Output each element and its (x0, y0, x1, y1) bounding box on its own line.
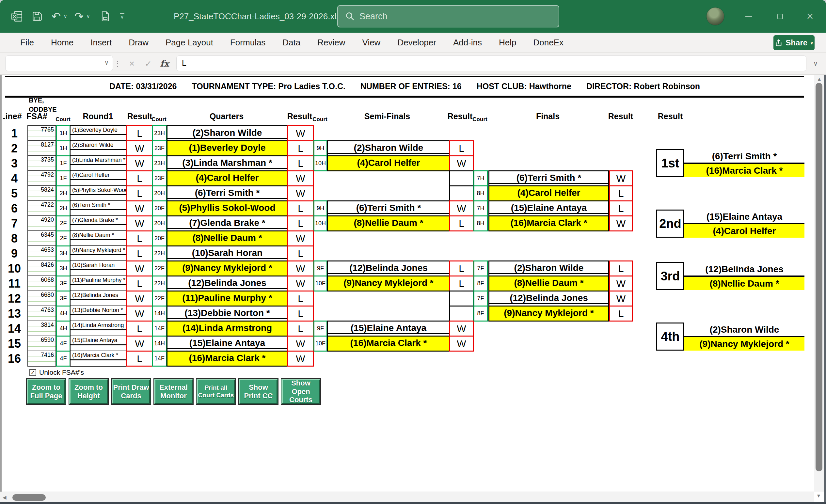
undo-dropdown-icon[interactable]: ∨ (63, 0, 68, 33)
insert-function-icon[interactable]: fx (158, 53, 171, 75)
fsa-cell[interactable]: 7416 (27, 351, 56, 367)
finals-result-cell[interactable]: L (609, 200, 633, 216)
name-box[interactable]: ∨ (5, 56, 113, 71)
print-preview-icon[interactable] (98, 0, 112, 33)
print-all-court-cards-button[interactable]: Print all Court Cards (196, 379, 235, 404)
fsa-cell[interactable]: 3814 (27, 321, 56, 336)
round1-court-cell[interactable]: 4F (56, 335, 70, 352)
finals-player-cell[interactable]: (12)Belinda Jones (488, 291, 609, 307)
quarters-player-cell[interactable]: (5)Phyllis Sokol-Wood (167, 200, 288, 216)
quarters-player-cell[interactable]: (15)Elaine Antaya (167, 335, 288, 352)
fsa-cell[interactable]: 4722 (27, 200, 56, 216)
quarters-result-cell[interactable]: W (287, 335, 314, 352)
round1-player-cell[interactable]: (11)Pauline Murphy * (70, 275, 127, 292)
round1-result-cell[interactable]: L (126, 246, 153, 261)
quarters-result-cell[interactable]: L (287, 140, 314, 156)
quarters-player-cell[interactable]: (11)Pauline Murphy * (167, 291, 288, 307)
quarters-result-cell[interactable]: W (287, 351, 314, 367)
name-box-dropdown-icon[interactable]: ∨ (105, 59, 109, 66)
finals-player-cell[interactable]: (4)Carol Helfer (488, 185, 609, 201)
show-open-courts-button[interactable]: Show Open Courts (282, 379, 320, 404)
finals-result-cell[interactable]: W (609, 275, 633, 292)
vertical-scrollbar-thumb[interactable] (816, 83, 822, 471)
fsa-cell[interactable]: 4763 (27, 306, 56, 321)
round1-result-cell[interactable]: W (126, 260, 153, 276)
fsa-cell[interactable]: 7765 (27, 125, 56, 141)
semifinal-result-cell[interactable] (449, 170, 474, 186)
finals-court-cell[interactable]: 7H (473, 170, 488, 186)
quarters-court-cell[interactable]: 20H (152, 185, 167, 201)
finals-court-cell[interactable]: 7H (473, 200, 488, 216)
round1-result-cell[interactable]: W (126, 140, 153, 156)
finals-court-cell[interactable]: 8F (473, 275, 488, 292)
semifinal-court-cell[interactable]: 9F (313, 321, 328, 336)
finals-result-cell[interactable]: W (609, 215, 633, 232)
finals-player-cell[interactable]: (8)Nellie Daum * (488, 275, 609, 292)
menu-tab-draw[interactable]: Draw (120, 38, 157, 48)
save-icon[interactable] (30, 0, 44, 33)
semifinal-player-cell[interactable]: (4)Carol Helfer (327, 155, 450, 171)
menu-tab-insert[interactable]: Insert (82, 38, 120, 48)
quarters-court-cell[interactable]: 14F (152, 351, 167, 367)
finals-player-cell[interactable]: (15)Elaine Antaya (488, 200, 609, 216)
semifinal-player-cell[interactable]: (16)Marcia Clark * (327, 335, 450, 352)
round1-court-cell[interactable]: 2H (56, 185, 70, 201)
quarters-result-cell[interactable]: W (287, 231, 314, 246)
round1-player-cell[interactable]: (8)Nellie Daum * (70, 231, 127, 246)
semifinal-court-cell[interactable]: 10H (313, 155, 328, 171)
fsa-cell[interactable]: 3735 (27, 155, 56, 171)
worksheet[interactable]: DATE: 03/31/2026TOURNAMENT TYPE: Pro Lad… (3, 75, 814, 492)
semifinal-court-cell[interactable]: 10F (313, 275, 328, 292)
quarters-court-cell[interactable]: 22F (152, 260, 167, 276)
zoom-to-full-page-button[interactable]: Zoom to Full Page (27, 379, 66, 404)
finals-player-cell[interactable]: (6)Terri Smith * (488, 170, 609, 186)
fsa-cell[interactable]: 6590 (27, 335, 56, 352)
show-print-cc-button[interactable]: Show Print CC (239, 379, 278, 404)
round1-player-cell[interactable]: (1)Beverley Doyle (70, 125, 127, 141)
round1-court-cell[interactable]: 3H (56, 246, 70, 261)
finals-court-cell[interactable]: 7F (473, 291, 488, 307)
quarters-court-cell[interactable]: 14H (152, 306, 167, 321)
round1-court-cell[interactable]: 3H (56, 260, 70, 276)
quarters-player-cell[interactable]: (7)Glenda Brake * (167, 215, 288, 232)
semifinal-result-cell[interactable]: W (449, 155, 474, 171)
quarters-player-cell[interactable]: (6)Terri Smith * (167, 185, 288, 201)
quarters-result-cell[interactable]: W (287, 260, 314, 276)
fsa-cell[interactable]: 6345 (27, 231, 56, 246)
finals-court-cell[interactable]: 8H (473, 185, 488, 201)
redo-dropdown-icon[interactable]: ∨ (85, 0, 91, 33)
quarters-court-cell[interactable]: 23H (152, 155, 167, 171)
external-monitor-button[interactable]: External Monitor (154, 379, 193, 404)
quick-access-toolbar-dropdown-icon[interactable]: ∨ (118, 0, 126, 33)
quarters-court-cell[interactable]: 22F (152, 291, 167, 307)
menu-tab-developer[interactable]: Developer (389, 38, 445, 48)
formula-input[interactable]: L (176, 56, 807, 71)
undo-icon[interactable]: ↶ (50, 0, 63, 33)
round1-result-cell[interactable]: W (126, 200, 153, 216)
quarters-player-cell[interactable]: (10)Sarah Horan (167, 246, 288, 261)
maximize-button[interactable] (772, 0, 787, 33)
round1-result-cell[interactable]: L (126, 351, 153, 367)
semifinal-court-cell[interactable]: 9H (313, 140, 328, 156)
semifinal-result-cell[interactable]: L (449, 215, 474, 232)
semifinal-player-cell[interactable]: (12)Belinda Jones (327, 260, 450, 276)
quarters-court-cell[interactable]: 14H (152, 335, 167, 352)
zoom-to-height-button[interactable]: Zoom to Height (69, 379, 108, 404)
scroll-left-icon[interactable]: ◀ (3, 492, 6, 503)
finals-court-cell[interactable]: 7F (473, 260, 488, 276)
quarters-court-cell[interactable]: 23H (152, 125, 167, 141)
round1-court-cell[interactable]: 2F (56, 215, 70, 232)
menu-tab-view[interactable]: View (354, 38, 389, 48)
semifinal-court-cell[interactable]: 9F (313, 260, 328, 276)
finals-court-cell[interactable]: 8F (473, 306, 488, 321)
semifinal-court-cell[interactable]: 9H (313, 200, 328, 216)
semifinal-player-cell[interactable]: (15)Elaine Antaya (327, 321, 450, 336)
round1-player-cell[interactable]: (12)Belinda Jones (70, 291, 127, 307)
menu-tab-review[interactable]: Review (309, 38, 354, 48)
round1-result-cell[interactable]: L (126, 170, 153, 186)
fsa-cell[interactable]: 5824 (27, 185, 56, 201)
quarters-court-cell[interactable]: 22H (152, 246, 167, 261)
quarters-court-cell[interactable]: 23F (152, 170, 167, 186)
quarters-player-cell[interactable]: (13)Debbie Norton * (167, 306, 288, 321)
round1-court-cell[interactable]: 1F (56, 170, 70, 186)
